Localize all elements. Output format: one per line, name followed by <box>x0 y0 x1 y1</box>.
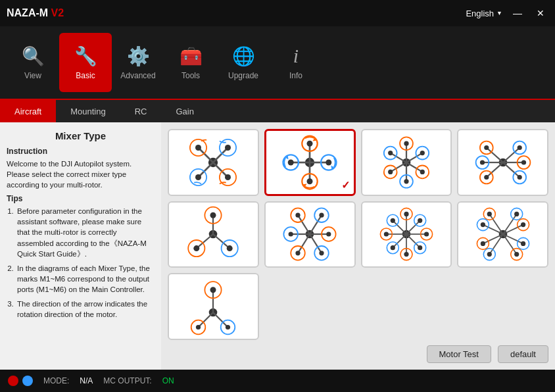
nav-label-tools: Tools <box>181 71 200 80</box>
svg-point-12 <box>225 174 231 180</box>
svg-point-93 <box>326 232 331 237</box>
svg-point-96 <box>289 232 293 237</box>
tab-gain[interactable]: Gain <box>161 99 208 123</box>
mixer-cell-hex-v1[interactable] <box>361 129 452 196</box>
svg-point-117 <box>418 246 422 251</box>
mc-output-value: ON <box>162 376 174 385</box>
svg-point-146 <box>480 222 485 227</box>
content-area: Mixer Type Instruction Welcome to the DJ… <box>0 122 555 370</box>
svg-point-10 <box>225 145 231 151</box>
svg-line-99 <box>406 221 420 235</box>
app-title: NAZA-M V2 <box>7 7 64 19</box>
mixer-cell-hex-v3[interactable] <box>264 201 356 268</box>
mixer-cell-tri[interactable] <box>168 201 259 268</box>
svg-line-33 <box>406 162 422 172</box>
nav-item-upgrade[interactable]: 🌐 Upgrade <box>217 33 270 92</box>
nav-label-info: Info <box>289 71 302 80</box>
basic-icon: 🔧 <box>74 45 97 67</box>
svg-point-156 <box>210 287 216 293</box>
svg-point-29 <box>288 159 294 165</box>
close-button[interactable]: ✕ <box>533 7 548 20</box>
svg-point-76 <box>227 246 233 252</box>
motor-test-button[interactable]: Motor Test <box>427 345 491 363</box>
svg-point-121 <box>391 218 395 223</box>
svg-point-116 <box>424 232 429 237</box>
svg-line-36 <box>391 153 406 162</box>
instruction-text: Welcome to the DJI Autopilot system. Ple… <box>7 159 155 190</box>
mixer-cell-vtail[interactable] <box>168 273 259 340</box>
tab-mounting[interactable]: Mounting <box>56 99 120 123</box>
title-controls: English — ✕ <box>466 7 548 20</box>
svg-line-149 <box>213 312 228 328</box>
nav-label-basic: Basic <box>76 71 95 80</box>
sub-tabs: Aircraft Mounting RC Gain <box>0 99 555 122</box>
svg-point-115 <box>418 218 422 223</box>
svg-point-75 <box>210 212 216 218</box>
mc-output-label: MC OUTPUT: <box>103 376 151 385</box>
tools-icon: 🧰 <box>180 45 203 67</box>
svg-point-11 <box>195 174 201 180</box>
mode-label: MODE: <box>43 376 69 385</box>
nav-label-view: View <box>24 71 41 80</box>
svg-point-9 <box>195 145 201 151</box>
nav-item-view[interactable]: 🔍 View <box>7 33 59 92</box>
nav-item-tools[interactable]: 🧰 Tools <box>164 33 217 92</box>
svg-point-65 <box>517 175 521 180</box>
svg-point-62 <box>484 145 489 150</box>
svg-line-35 <box>391 162 406 172</box>
advanced-icon: ⚙️ <box>127 45 150 67</box>
dot-red <box>8 376 18 386</box>
language-selector[interactable]: English <box>466 9 502 18</box>
svg-point-95 <box>296 251 301 256</box>
minimize-button[interactable]: — <box>509 7 526 20</box>
mixer-cell-octo-v1[interactable] <box>361 201 452 268</box>
svg-point-47 <box>388 170 393 174</box>
nav-item-info[interactable]: i Info <box>270 33 322 92</box>
svg-point-46 <box>404 179 408 184</box>
nav-item-advanced[interactable]: ⚙️ Advanced <box>112 33 164 92</box>
tab-aircraft[interactable]: Aircraft <box>0 99 56 123</box>
tip-3: The direction of the arrow indicates the… <box>16 299 155 320</box>
svg-point-140 <box>514 212 519 216</box>
nav-label-advanced: Advanced <box>120 71 155 80</box>
svg-point-48 <box>388 151 393 155</box>
svg-point-139 <box>487 212 491 216</box>
right-panel-buttons: Motor Test default <box>168 345 548 363</box>
nav-item-basic[interactable]: 🔧 Basic <box>59 33 112 92</box>
status-bar: MODE: N/A MC OUTPUT: ON <box>0 370 555 392</box>
svg-point-91 <box>296 213 301 218</box>
svg-line-101 <box>406 234 420 248</box>
tab-rc[interactable]: RC <box>120 99 162 123</box>
mixer-cell-quad-x[interactable] <box>168 129 259 196</box>
svg-point-44 <box>420 151 425 155</box>
svg-line-105 <box>393 221 406 235</box>
default-button[interactable]: default <box>498 345 548 363</box>
tip-1: Before parameter configuration in the as… <box>16 206 155 258</box>
instruction-title: Instruction <box>7 147 155 156</box>
svg-point-28 <box>307 178 313 184</box>
svg-point-26 <box>307 141 313 147</box>
svg-point-63 <box>517 145 521 150</box>
svg-point-155 <box>226 325 230 330</box>
mixer-cell-hex-v2[interactable] <box>457 129 548 196</box>
tip-2: In the diagrams of each Mixer Type, the … <box>16 263 155 295</box>
info-icon: i <box>293 45 299 67</box>
svg-point-119 <box>391 246 395 251</box>
mode-value: N/A <box>80 376 93 385</box>
nav-bar: 🔍 View 🔧 Basic ⚙️ Advanced 🧰 Tools 🌐 Upg… <box>0 26 555 99</box>
svg-point-114 <box>404 212 408 216</box>
mixer-type-title: Mixer Type <box>7 130 155 141</box>
svg-point-154 <box>196 325 201 330</box>
right-panel: Motor Test default <box>161 122 555 370</box>
svg-point-142 <box>521 241 525 246</box>
mixer-cell-quad-plus[interactable] <box>264 129 356 196</box>
svg-point-141 <box>521 222 525 227</box>
svg-point-66 <box>484 175 489 180</box>
svg-point-145 <box>480 241 485 246</box>
svg-point-43 <box>404 141 408 145</box>
svg-point-64 <box>521 160 526 164</box>
mixer-cell-octo-v2[interactable] <box>457 201 548 268</box>
title-bar: NAZA-M V2 English — ✕ <box>0 0 555 26</box>
svg-point-45 <box>420 170 425 174</box>
svg-point-144 <box>487 252 491 257</box>
